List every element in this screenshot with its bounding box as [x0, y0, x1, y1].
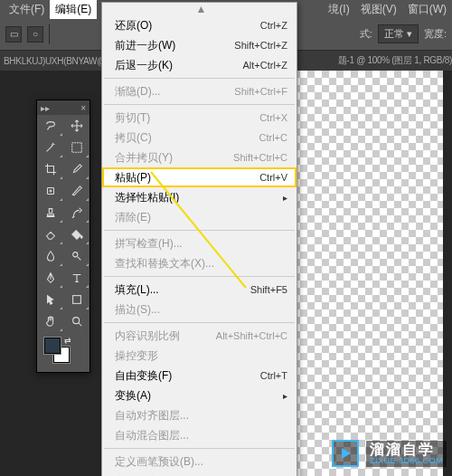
- menu-item: 操控变形: [102, 346, 297, 366]
- tool-wand[interactable]: [37, 137, 63, 158]
- menu-item-label: 填充(L)...: [115, 282, 250, 298]
- menu-item-label: 选择性粘贴(I): [115, 190, 283, 205]
- menu-item-label: 自动混合图层...: [115, 428, 287, 443]
- tools-panel: ▸▸ × ⇄: [36, 100, 90, 373]
- menu-file[interactable]: 文件(F): [4, 0, 50, 19]
- tool-hand[interactable]: [37, 310, 63, 332]
- menu-item-shortcut: Shift+F5: [250, 284, 287, 295]
- menu-item: 描边(S)...: [102, 300, 297, 319]
- foreground-color-swatch[interactable]: [44, 338, 61, 354]
- menu-item: 拷贝(C)Ctrl+C: [102, 128, 297, 148]
- menu-hidden-1[interactable]: 境(I): [323, 0, 354, 19]
- tool-bucket[interactable]: [63, 224, 89, 245]
- menu-item[interactable]: 还原(O)Ctrl+Z: [102, 15, 297, 35]
- tool-zoom[interactable]: [63, 310, 89, 332]
- tool-blur[interactable]: [37, 245, 63, 267]
- menu-item-label: 后退一步(K): [115, 58, 242, 73]
- menu-item[interactable]: 变换(A)▸: [102, 386, 297, 405]
- menu-item-label: 描边(S)...: [115, 302, 287, 318]
- tool-eyedropper[interactable]: [63, 158, 89, 180]
- menu-item: 自动对齐图层...: [102, 405, 297, 425]
- tool-marquee[interactable]: [63, 137, 89, 158]
- menu-item[interactable]: 自由变换(F)Ctrl+T: [102, 366, 297, 386]
- menu-item-label: 变换(A): [115, 388, 283, 404]
- menu-top-handle[interactable]: ▲: [102, 3, 297, 15]
- menu-item: 清除(E): [102, 207, 297, 227]
- tool-path-select[interactable]: [37, 289, 63, 310]
- svg-rect-3: [72, 296, 80, 304]
- watermark-cn: 溜溜自学: [370, 443, 435, 457]
- menu-item: 内容识别比例Alt+Shift+Ctrl+C: [102, 326, 297, 346]
- watermark-en: ZIXUE.3D66.COM: [370, 457, 443, 465]
- watermark: 溜溜自学 ZIXUE.3D66.COM: [332, 440, 447, 467]
- tools-panel-header[interactable]: ▸▸ ×: [37, 100, 89, 115]
- svg-point-4: [72, 318, 79, 324]
- menu-item: 渐隐(D)...Shift+Ctrl+F: [102, 81, 297, 101]
- color-swatches[interactable]: ⇄: [37, 332, 89, 372]
- menu-separator: [104, 322, 295, 323]
- menu-edit[interactable]: 编辑(E): [50, 0, 97, 19]
- tools-collapse-icon[interactable]: ▸▸: [41, 103, 50, 113]
- tool-crop[interactable]: [37, 158, 63, 180]
- menu-item: 定义画笔预设(B)...: [102, 452, 297, 471]
- play-icon: [332, 440, 359, 467]
- svg-point-2: [72, 252, 77, 257]
- menu-item-label: 剪切(T): [115, 110, 259, 126]
- menu-item-label: 拼写检查(H)...: [115, 236, 287, 252]
- edit-dropdown-menu: ▲ 还原(O)Ctrl+Z前进一步(W)Shift+Ctrl+Z后退一步(K)A…: [101, 2, 297, 476]
- menu-item-shortcut: Alt+Ctrl+Z: [242, 60, 287, 71]
- menu-item-label: 定义画笔预设(B)...: [115, 454, 287, 470]
- tool-stamp[interactable]: [37, 202, 63, 224]
- menu-item[interactable]: 前进一步(W)Shift+Ctrl+Z: [102, 35, 297, 55]
- menu-item-shortcut: Shift+Ctrl+C: [233, 152, 287, 163]
- tool-pen[interactable]: [37, 267, 63, 289]
- menu-item-shortcut: Shift+Ctrl+F: [234, 86, 287, 97]
- menu-item[interactable]: 粘贴(P)Ctrl+V: [102, 167, 297, 187]
- submenu-arrow-icon: ▸: [283, 193, 287, 203]
- tool-preset-icon[interactable]: ▭: [5, 26, 22, 43]
- menu-item[interactable]: 选择性粘贴(I)▸: [102, 187, 297, 207]
- tool-brush[interactable]: [63, 180, 89, 202]
- menu-separator: [104, 448, 295, 449]
- tool-heal[interactable]: [37, 180, 63, 202]
- tool-move[interactable]: [63, 115, 89, 137]
- menu-item-label: 自动对齐图层...: [115, 408, 287, 424]
- menu-item-label: 前进一步(W): [115, 38, 234, 53]
- tab-left[interactable]: BHKLKUJ)UXH(BNYAW@*[~_VD4...: [4, 56, 103, 66]
- swap-colors-icon[interactable]: ⇄: [64, 336, 71, 345]
- menu-item-label: 合并拷贝(Y): [115, 150, 233, 166]
- menu-item-shortcut: Ctrl+C: [259, 132, 287, 143]
- menu-item: 剪切(T)Ctrl+X: [102, 108, 297, 128]
- menu-item-label: 操控变形: [115, 348, 287, 364]
- menu-separator: [104, 276, 295, 277]
- menu-item-shortcut: Ctrl+X: [259, 112, 287, 123]
- tab-right[interactable]: 题-1 @ 100% (图层 1, RGB/8): [338, 54, 452, 67]
- menu-item: 定义图案...: [102, 471, 297, 476]
- mode-label: 式:: [360, 27, 372, 41]
- menu-separator: [104, 230, 295, 231]
- menu-hidden-2[interactable]: 视图(V): [355, 0, 402, 19]
- tool-type[interactable]: [63, 267, 89, 289]
- menu-item: 查找和替换文本(X)...: [102, 253, 297, 273]
- menu-hidden-3[interactable]: 窗口(W): [402, 0, 452, 19]
- separator: [49, 24, 50, 44]
- selection-mode-icon[interactable]: ○: [27, 26, 43, 43]
- menu-item-label: 清除(E): [115, 210, 287, 225]
- tools-close-icon[interactable]: ×: [80, 103, 86, 113]
- menu-item-label: 内容识别比例: [115, 328, 216, 344]
- mode-select[interactable]: 正常 ▾: [378, 24, 419, 43]
- tool-eraser[interactable]: [37, 224, 63, 245]
- tool-dodge[interactable]: [63, 245, 89, 267]
- tool-lasso[interactable]: [37, 115, 63, 137]
- menu-item-label: 自由变换(F): [115, 368, 260, 384]
- menu-item-shortcut: Ctrl+T: [260, 370, 287, 381]
- width-label: 宽度:: [424, 27, 447, 41]
- tool-history-brush[interactable]: [63, 202, 89, 224]
- menu-item: 合并拷贝(Y)Shift+Ctrl+C: [102, 148, 297, 167]
- menu-item-label: 拷贝(C): [115, 130, 259, 146]
- menu-item[interactable]: 后退一步(K)Alt+Ctrl+Z: [102, 55, 297, 75]
- menu-item-shortcut: Shift+Ctrl+Z: [234, 40, 287, 51]
- tool-shape[interactable]: [63, 289, 89, 310]
- menu-item[interactable]: 填充(L)...Shift+F5: [102, 280, 297, 300]
- menu-separator: [104, 104, 295, 105]
